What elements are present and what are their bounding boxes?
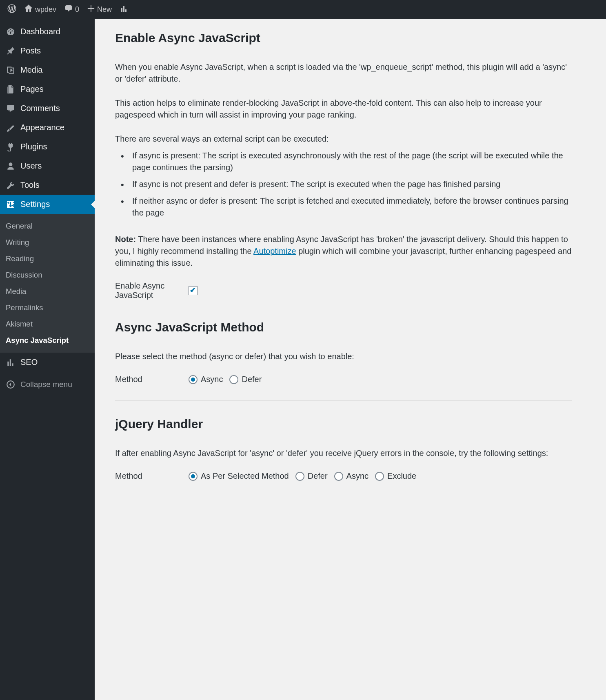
collapse-label: Collapse menu [20, 380, 72, 389]
seo-icon [5, 358, 16, 367]
menu-label: SEO [20, 358, 38, 367]
intro-p3: There are several ways an external scrip… [115, 133, 572, 145]
plug-icon [5, 142, 16, 151]
submenu-discussion[interactable]: Discussion [0, 267, 95, 283]
menu-users[interactable]: Users [0, 156, 95, 176]
plus-icon [87, 5, 95, 14]
menu-media[interactable]: Media [0, 60, 95, 80]
menu-label: Pages [20, 84, 44, 94]
menu-label: Dashboard [20, 27, 60, 36]
menu-dashboard[interactable]: Dashboard [0, 22, 95, 41]
site-link[interactable]: wpdev [20, 0, 60, 19]
menu-pages[interactable]: Pages [0, 80, 95, 99]
submenu-akismet[interactable]: Akismet [0, 316, 95, 332]
menu-comments[interactable]: Comments [0, 99, 95, 118]
menu-appearance[interactable]: Appearance [0, 118, 95, 137]
submenu-writing[interactable]: Writing [0, 234, 95, 251]
seo-menu[interactable] [116, 0, 132, 19]
jq-defer-label[interactable]: Defer [308, 471, 328, 481]
section-title-jquery: jQuery Handler [115, 417, 572, 431]
menu-posts[interactable]: Posts [0, 41, 95, 60]
site-name: wpdev [35, 5, 56, 14]
pages-icon [5, 85, 16, 94]
intro-p1: When you enable Async JavaScript, when a… [115, 61, 572, 85]
enable-checkbox[interactable] [189, 286, 198, 295]
section-title-enable: Enable Async JavaScript [115, 31, 572, 45]
menu-label: Tools [20, 180, 40, 190]
exec-list: If async is present: The script is execu… [115, 150, 572, 219]
sliders-icon [5, 200, 16, 209]
separator [115, 400, 572, 401]
new-link[interactable]: New [83, 0, 116, 19]
intro-p2: This action helps to eliminate render-bl… [115, 97, 572, 121]
jq-exclude-label[interactable]: Exclude [387, 471, 416, 481]
jq-async-label[interactable]: Async [346, 471, 368, 481]
menu-label: Appearance [20, 123, 64, 132]
wordpress-icon [7, 4, 16, 15]
method-async-radio[interactable] [189, 375, 198, 384]
wrench-icon [5, 181, 16, 190]
menu-label: Plugins [20, 142, 47, 151]
submenu-reading[interactable]: Reading [0, 251, 95, 267]
menu-label: Users [20, 161, 42, 171]
list-item: If neither async or defer is present: Th… [115, 195, 572, 219]
submenu-permalinks[interactable]: Permalinks [0, 300, 95, 316]
jquery-desc: If after enabling Async JavaScript for '… [115, 447, 572, 459]
comments-link[interactable]: 0 [60, 0, 83, 19]
menu-seo[interactable]: SEO [0, 353, 95, 372]
submenu-async-js[interactable]: Async JavaScript [0, 332, 95, 349]
comments-count: 0 [75, 5, 79, 14]
new-label: New [97, 5, 112, 14]
jq-selected-label[interactable]: As Per Selected Method [201, 471, 289, 481]
section-title-method: Async JavaScript Method [115, 320, 572, 334]
settings-submenu: General Writing Reading Discussion Media… [0, 214, 95, 353]
menu-label: Comments [20, 104, 60, 113]
wp-logo[interactable] [3, 0, 20, 19]
jq-defer-radio[interactable] [295, 472, 304, 481]
note-label: Note: [115, 235, 136, 244]
menu-label: Media [20, 65, 42, 75]
enable-label: Enable Async JavaScript [115, 281, 189, 300]
autoptimize-link[interactable]: Autoptimize [253, 247, 296, 256]
menu-label: Settings [20, 200, 50, 209]
jq-selected-radio[interactable] [189, 472, 198, 481]
comment-icon [5, 104, 16, 113]
user-icon [5, 162, 16, 171]
jq-exclude-radio[interactable] [375, 472, 384, 481]
pin-icon [5, 47, 16, 56]
menu-settings[interactable]: Settings [0, 195, 95, 214]
method-desc: Please select the method (async or defer… [115, 351, 572, 362]
method-defer-radio[interactable] [229, 375, 238, 384]
submenu-media[interactable]: Media [0, 283, 95, 300]
collapse-icon [5, 380, 16, 389]
list-item: If async is present: The script is execu… [115, 150, 572, 173]
note-paragraph: Note: There have been instances where en… [115, 233, 572, 269]
jq-async-radio[interactable] [334, 472, 343, 481]
menu-plugins[interactable]: Plugins [0, 137, 95, 156]
submenu-general[interactable]: General [0, 218, 95, 234]
home-icon [24, 4, 33, 15]
menu-tools[interactable]: Tools [0, 176, 95, 195]
jquery-method-label: Method [115, 471, 189, 481]
menu-label: Posts [20, 46, 41, 56]
method-label: Method [115, 375, 189, 384]
method-async-label[interactable]: Async [201, 375, 223, 384]
seo-icon [120, 4, 128, 15]
collapse-menu[interactable]: Collapse menu [0, 374, 95, 395]
dashboard-icon [5, 27, 16, 36]
media-icon [5, 66, 16, 75]
brush-icon [5, 123, 16, 132]
comment-icon [64, 4, 73, 15]
method-defer-label[interactable]: Defer [242, 375, 262, 384]
list-item: If async is not present and defer is pre… [115, 178, 572, 190]
